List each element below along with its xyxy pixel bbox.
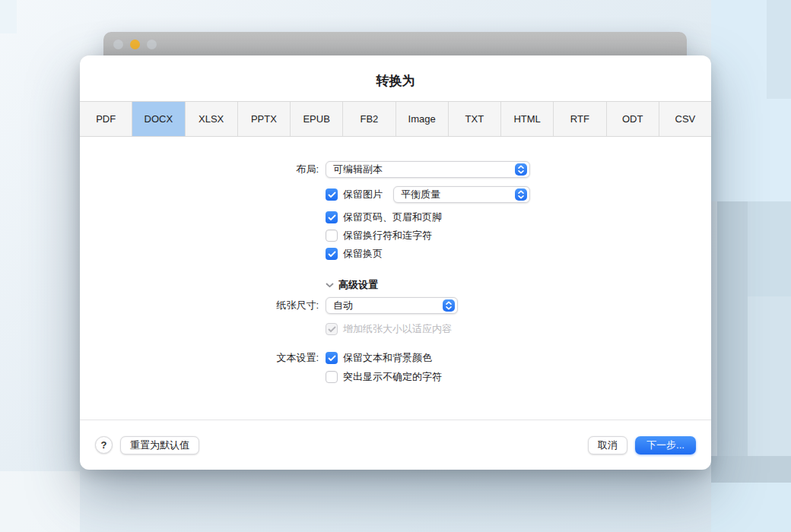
- tab-rtf[interactable]: RTF: [554, 102, 606, 136]
- stepper-icon: [515, 163, 527, 176]
- advanced-settings-header[interactable]: 高级设置: [338, 278, 378, 292]
- tab-image[interactable]: Image: [396, 102, 449, 136]
- image-quality-value: 平衡质量: [401, 188, 510, 201]
- tab-pptx[interactable]: PPTX: [238, 102, 291, 136]
- background-tile: [748, 201, 791, 296]
- keep-line-breaks-checkbox[interactable]: [326, 230, 338, 242]
- paper-size-select[interactable]: 自动: [326, 297, 458, 314]
- grow-paper-checkbox: [326, 323, 338, 335]
- background-tile: [767, 0, 791, 99]
- zoom-window-button[interactable]: [147, 40, 157, 49]
- next-button[interactable]: 下一步...: [635, 436, 696, 454]
- reset-defaults-button[interactable]: 重置为默认值: [120, 436, 199, 454]
- layout-select-value: 可编辑副本: [333, 163, 510, 176]
- keep-page-numbers-label: 保留页码、页眉和页脚: [343, 211, 442, 224]
- stepper-icon: [443, 299, 455, 312]
- background-tile: [711, 483, 791, 532]
- background-tile: [748, 296, 791, 460]
- tab-csv[interactable]: CSV: [659, 102, 711, 136]
- tab-odt[interactable]: ODT: [607, 102, 659, 136]
- tab-txt[interactable]: TXT: [449, 102, 501, 136]
- paper-size-value: 自动: [333, 299, 438, 312]
- paper-size-label: 纸张尺寸:: [80, 299, 319, 312]
- background-tile: [711, 456, 791, 483]
- keep-page-breaks-label: 保留换页: [343, 247, 383, 261]
- highlight-uncertain-label: 突出显示不确定的字符: [343, 370, 442, 384]
- keep-page-numbers-checkbox[interactable]: [326, 211, 338, 223]
- help-button[interactable]: ?: [95, 436, 113, 454]
- keep-page-breaks-checkbox[interactable]: [326, 248, 338, 260]
- background-tile: [0, 0, 17, 33]
- dialog-title: 转换为: [80, 72, 711, 90]
- minimize-window-button[interactable]: [130, 40, 140, 49]
- tab-docx[interactable]: DOCX: [132, 102, 185, 136]
- tab-fb2[interactable]: FB2: [343, 102, 396, 136]
- highlight-uncertain-checkbox[interactable]: [326, 371, 338, 383]
- background-tile: [0, 471, 80, 532]
- convert-dialog: 转换为 PDF DOCX XLSX PPTX EPUB FB2 Image TX…: [80, 55, 711, 470]
- keep-colors-checkbox[interactable]: [326, 352, 338, 364]
- stepper-icon: [515, 188, 527, 201]
- tab-html[interactable]: HTML: [501, 102, 554, 136]
- tab-pdf[interactable]: PDF: [80, 102, 132, 136]
- text-settings-label: 文本设置:: [80, 351, 319, 365]
- keep-images-checkbox[interactable]: [326, 188, 338, 201]
- grow-paper-label: 增加纸张大小以适应内容: [343, 322, 452, 336]
- close-window-button[interactable]: [113, 40, 123, 49]
- cancel-button[interactable]: 取消: [588, 436, 627, 454]
- image-quality-select[interactable]: 平衡质量: [393, 186, 530, 203]
- advanced-disclosure-chevron-icon[interactable]: [326, 283, 334, 288]
- tab-epub[interactable]: EPUB: [291, 102, 343, 136]
- layout-label: 布局:: [80, 163, 319, 176]
- format-tabbar: PDF DOCX XLSX PPTX EPUB FB2 Image TXT HT…: [80, 101, 711, 137]
- footer: ? 重置为默认值 取消 下一步...: [80, 420, 711, 470]
- layout-select[interactable]: 可编辑副本: [326, 161, 530, 178]
- keep-images-label: 保留图片: [343, 188, 383, 201]
- parent-window-titlebar: [103, 32, 687, 58]
- keep-line-breaks-label: 保留换行符和连字符: [343, 229, 432, 242]
- tab-xlsx[interactable]: XLSX: [186, 102, 238, 136]
- keep-colors-label: 保留文本和背景颜色: [343, 351, 432, 365]
